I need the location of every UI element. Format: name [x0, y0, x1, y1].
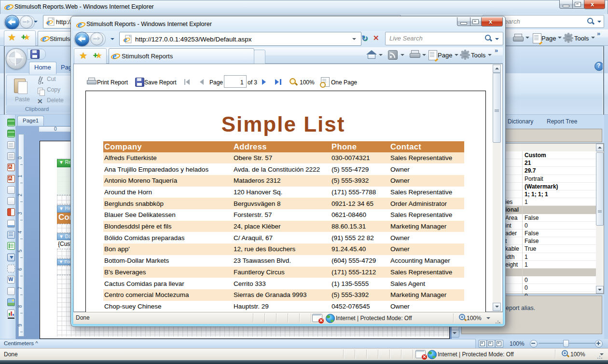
svg-text:e: e: [6, 2, 10, 11]
svg-text:e: e: [78, 20, 82, 29]
svg-text:e: e: [42, 34, 46, 43]
svg-text:e: e: [124, 36, 127, 43]
svg-text:e: e: [112, 52, 116, 60]
svg-text:e: e: [47, 19, 50, 26]
